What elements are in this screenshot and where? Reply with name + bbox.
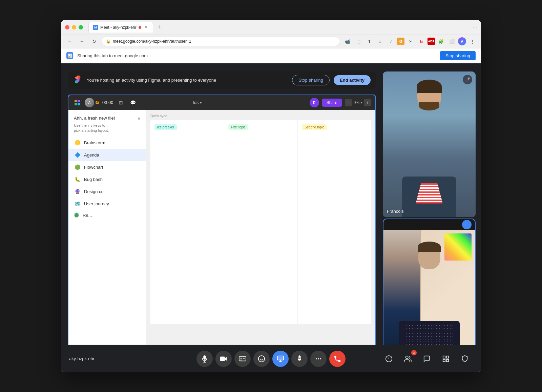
ext-icon-1[interactable]: G	[397, 38, 404, 45]
chrome-stop-sharing-button[interactable]: Stop sharing	[440, 51, 476, 60]
figma-file-name[interactable]: fds ▾	[193, 100, 202, 105]
figma-canvas[interactable]: Quick sync Ice breaker First topic Secon…	[146, 110, 375, 345]
title-bar: M Meet - aky-hzpk-ehr ✕ + ⋯	[61, 20, 481, 35]
recording-dot	[139, 26, 141, 29]
meeting-code-label: aky-hzpk-ehr	[69, 356, 110, 361]
video-panel: 🎤× Francois ···	[383, 63, 481, 372]
sidebar-item-brainstorm[interactable]: 🟡 Brainstorm	[68, 137, 146, 149]
video-tile-francois: 🎤× Francois	[383, 71, 476, 217]
activity-banner: You're hosting an activity using Figma, …	[68, 71, 376, 89]
zoom-in-button[interactable]: +	[364, 99, 371, 106]
active-tab[interactable]: M Meet - aky-hzpk-ehr ✕	[88, 22, 153, 33]
meet-controls	[196, 351, 346, 367]
browser-window: M Meet - aky-hzpk-ehr ✕ + ⋯ ← → ↻ 🔒 meet…	[61, 20, 481, 372]
info-button[interactable]	[381, 351, 397, 367]
activities-button[interactable]	[438, 351, 454, 367]
new-tab-button[interactable]: +	[154, 22, 164, 32]
sidebar-item-bugbash-label: Bug bash	[84, 177, 103, 182]
sidebar-item-designcrit[interactable]: 🔮 Design crit	[68, 185, 146, 198]
figma-chat-icon[interactable]: 💬	[128, 98, 138, 107]
sidebar-collapse-button[interactable]: ∧	[137, 116, 141, 121]
meet-ext-icon[interactable]: ✓	[386, 37, 396, 46]
url-text: meet.google.com/aky-hzpk-ehr?authuser=1	[113, 39, 191, 44]
forward-button[interactable]: →	[77, 37, 87, 46]
safety-button[interactable]	[457, 351, 473, 367]
sidebar-item-bugbash[interactable]: 🐛 Bug bash	[68, 173, 146, 185]
mic-button[interactable]	[196, 351, 213, 367]
designcrit-icon: 🔮	[74, 188, 81, 195]
svg-rect-0	[75, 100, 77, 102]
user-avatar[interactable]: A	[458, 37, 466, 45]
svg-point-28	[258, 355, 265, 362]
back-button[interactable]: ←	[65, 37, 75, 46]
svg-rect-41	[446, 356, 449, 358]
figma-user-avatar: A	[85, 98, 94, 107]
raise-hand-button[interactable]	[291, 351, 308, 367]
bugbash-icon: 🐛	[74, 176, 81, 183]
francois-mic-muted-icon: 🎤×	[463, 75, 472, 84]
figma-share-button[interactable]: Share	[322, 99, 342, 107]
ext-icon-3[interactable]: 🖥	[417, 37, 426, 46]
svg-rect-3	[78, 103, 80, 105]
bookmark-icon[interactable]: ☆	[375, 37, 385, 46]
figma-zoom-controls: − 9% ▾ +	[345, 99, 371, 106]
more-options-control-button[interactable]	[310, 351, 327, 367]
people-button[interactable]: 3	[400, 351, 416, 367]
emoji-button[interactable]	[253, 351, 270, 367]
figma-toolbar: A ⚙ 03:00 ⊞ 💬 fds ▾ E	[68, 95, 375, 110]
meet-right-controls: 3	[381, 351, 473, 367]
svg-point-35	[320, 358, 321, 359]
people-count-badge: 3	[411, 350, 417, 355]
end-call-button[interactable]	[329, 351, 346, 367]
address-bar[interactable]: 🔒 meet.google.com/aky-hzpk-ehr?authuser=…	[102, 37, 340, 46]
captions-button[interactable]	[234, 351, 251, 367]
sidebar-item-brainstorm-label: Brainstorm	[84, 140, 105, 145]
pip-icon[interactable]: ⬚	[354, 37, 363, 46]
present-button[interactable]	[272, 351, 289, 367]
sidebar-item-userjourney[interactable]: 🗺️ User journey	[68, 198, 146, 210]
zoom-level: 9%	[354, 100, 359, 105]
flowchart-icon: 🟢	[74, 164, 81, 170]
maximize-traffic-light[interactable]	[79, 25, 83, 29]
cast-icon[interactable]: 📹	[343, 37, 352, 46]
francois-name-label: Francois	[387, 209, 404, 214]
sidebar-item-flowchart-label: Flowchart	[84, 165, 103, 170]
meet-area: You're hosting an activity using Figma, …	[61, 63, 383, 372]
ext-icon-2[interactable]: ✂	[406, 37, 415, 46]
share-page-icon[interactable]: ⬆	[364, 37, 374, 46]
stop-sharing-meet-button[interactable]: Stop sharing	[292, 75, 330, 85]
sharing-text: Sharing this tab to meet.google.com	[77, 53, 436, 58]
sidebar-item-agenda[interactable]: 🔷 Agenda	[68, 149, 146, 161]
reload-button[interactable]: ↻	[89, 37, 99, 46]
canvas-tag-icebreaker: Ice breaker	[154, 124, 177, 130]
window-menu-icon[interactable]: ⋯	[473, 25, 477, 29]
sharing-icon: 📊	[66, 52, 73, 59]
camera-button[interactable]	[215, 351, 232, 367]
svg-rect-1	[78, 100, 80, 102]
canvas-column-2: First topic	[224, 120, 298, 324]
nav-bar: ← → ↻ 🔒 meet.google.com/aky-hzpk-ehr?aut…	[61, 35, 481, 48]
figma-menu-icon[interactable]	[72, 98, 82, 107]
svg-rect-32	[279, 357, 283, 359]
video-tile-elad: ··· Elad	[383, 219, 476, 366]
close-traffic-light[interactable]	[65, 25, 69, 29]
ext-icon-4[interactable]: ABP	[428, 38, 435, 45]
tab-bar: M Meet - aky-hzpk-ehr ✕ +	[88, 22, 470, 33]
chrome-menu-icon[interactable]: ⋮	[467, 37, 477, 46]
extensions-icon[interactable]: 🧩	[436, 37, 446, 46]
zoom-out-button[interactable]: −	[345, 99, 352, 106]
tab-title: Meet - aky-hzpk-ehr	[100, 25, 137, 30]
split-screen-icon[interactable]: ⬜	[447, 37, 457, 46]
svg-rect-23	[220, 356, 225, 361]
sidebar-item-flowchart[interactable]: 🟢 Flowchart	[68, 161, 146, 173]
sidebar-item-retro[interactable]: Re...	[68, 210, 146, 221]
svg-rect-43	[446, 359, 449, 361]
end-activity-button[interactable]: End activity	[334, 75, 371, 85]
figma-canvas-toggle-icon[interactable]: ⊞	[116, 98, 126, 107]
elad-more-options-button[interactable]: ···	[462, 220, 472, 229]
brainstorm-icon: 🟡	[74, 139, 81, 146]
chat-button[interactable]	[419, 351, 435, 367]
canvas-column-3: Second topic	[297, 120, 371, 324]
tab-close-button[interactable]: ✕	[143, 25, 149, 30]
minimize-traffic-light[interactable]	[72, 25, 76, 29]
